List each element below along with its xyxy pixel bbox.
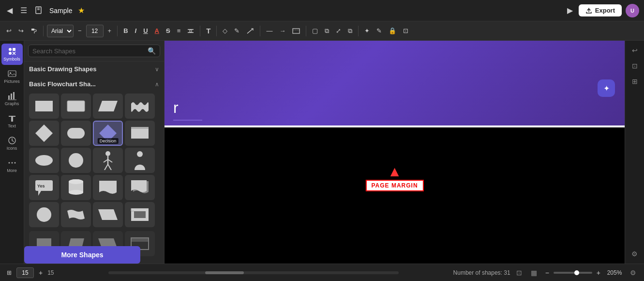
border-style-button[interactable] (290, 27, 302, 35)
sidebar-item-text[interactable]: Text (1, 110, 23, 132)
favorite-button[interactable]: ★ (76, 4, 87, 17)
shape-document[interactable] (93, 175, 123, 200)
shape-para-right[interactable] (93, 202, 123, 227)
shape-cylinder[interactable] (61, 175, 91, 200)
shape-person-stick[interactable] (93, 148, 123, 173)
connector-button[interactable] (244, 26, 256, 36)
sidebar-item-symbols[interactable]: Symbols (1, 44, 23, 65)
shape-rectangle2[interactable] (61, 94, 91, 119)
font-increase-button[interactable]: + (105, 26, 114, 36)
shapes-panel: 🔍 Basic Drawing Shapes ∨ Basic Flowchart… (24, 41, 165, 264)
play-button[interactable]: ▶ (565, 4, 575, 17)
svg-rect-2 (37, 9, 40, 10)
page-number-input[interactable] (16, 267, 34, 278)
shape-rounded-rect[interactable] (61, 121, 91, 146)
shape-frame[interactable] (125, 202, 155, 227)
shape-circle2[interactable] (29, 202, 59, 227)
search-button[interactable]: 🔍 (148, 47, 156, 55)
zoom-minus-button[interactable]: − (543, 268, 552, 278)
shape-person-solid[interactable] (125, 148, 155, 173)
layout-button[interactable]: ▦ (528, 266, 540, 280)
line-style-button[interactable]: — (264, 26, 275, 36)
font-color-button[interactable]: A (152, 26, 162, 36)
sidebar-item-graphs[interactable]: Graphs (1, 88, 23, 109)
shape-wave[interactable] (125, 94, 155, 119)
font-family-select[interactable]: Arial (47, 25, 74, 37)
shape-parallelogram[interactable] (93, 94, 123, 119)
align-button[interactable]: ≡ (175, 26, 183, 36)
shape-striped[interactable] (125, 121, 155, 146)
right-panel-grid-button[interactable]: ⊞ (629, 75, 641, 88)
shape-rectangle[interactable] (29, 94, 59, 119)
shape-tape[interactable] (61, 202, 91, 227)
sidebar-item-more[interactable]: More (1, 155, 23, 176)
add-page-button[interactable]: + (37, 267, 45, 279)
shape-rhombus[interactable] (29, 121, 59, 146)
svg-rect-16 (13, 92, 15, 99)
svg-rect-1 (37, 8, 40, 9)
shape-multi-document[interactable] (125, 175, 155, 200)
container-button[interactable]: ▢ (310, 26, 320, 36)
right-panel-fit-button[interactable]: ⊡ (629, 59, 641, 73)
arrow-style-button[interactable]: → (277, 26, 288, 36)
shape-decision[interactable]: Decision (93, 121, 123, 146)
embed-button[interactable]: ⊡ (401, 26, 411, 36)
svg-rect-5 (188, 32, 194, 33)
zoom-slider[interactable] (554, 272, 592, 274)
lock-button[interactable]: 🔒 (386, 26, 399, 36)
back-button[interactable]: ◀ (5, 4, 15, 17)
italic-button[interactable]: I (133, 26, 139, 36)
underline-button[interactable]: U (141, 26, 150, 36)
basic-drawing-section-header[interactable]: Basic Drawing Shapes ∨ (24, 62, 164, 77)
export-button[interactable]: Export (579, 4, 622, 16)
shape-circle[interactable] (61, 148, 91, 173)
clip-button[interactable]: ⧉ (322, 26, 331, 36)
sidebar-item-icons[interactable]: Icons (1, 133, 23, 154)
doc-icon-button[interactable] (33, 4, 45, 17)
edit-button[interactable]: ✎ (374, 26, 384, 36)
assist-button[interactable]: ✦ (598, 79, 615, 97)
more-shapes-button[interactable]: More Shapes (24, 246, 140, 264)
horizontal-scrollbar[interactable] (108, 271, 399, 274)
svg-line-37 (105, 164, 108, 170)
bold-button[interactable]: B (121, 26, 130, 36)
pen-button[interactable]: ✎ (232, 26, 242, 36)
canvas-area[interactable]: r ✦ ▲ PAGE MARGIN (165, 41, 625, 264)
canvas-black[interactable]: ▲ PAGE MARGIN (165, 125, 625, 264)
divider-6 (306, 26, 306, 36)
shapes-settings-button[interactable]: ⊡ (513, 266, 525, 280)
text-format-button[interactable]: T (204, 25, 213, 36)
shape-select-button[interactable]: ◇ (220, 26, 230, 36)
zoom-plus-button[interactable]: + (594, 268, 603, 278)
right-panel-settings-button[interactable]: ⚙ (629, 247, 641, 261)
strikethrough-button[interactable]: S (164, 26, 173, 36)
page-margin-arrow: ▲ (388, 164, 402, 179)
copy-size-button[interactable]: ⧉ (345, 26, 355, 36)
format-paint-button[interactable] (28, 26, 40, 36)
right-panel-undo-button[interactable]: ↩ (629, 44, 641, 57)
sidebar-item-pictures[interactable]: Pictures (1, 66, 23, 87)
valign-button[interactable] (185, 26, 196, 36)
redo-button[interactable]: ↪ (16, 26, 26, 36)
resize-button[interactable]: ⤢ (333, 26, 344, 36)
page-display: 15 (47, 269, 54, 276)
svg-rect-12 (8, 71, 16, 77)
undo-button[interactable]: ↩ (4, 26, 14, 36)
svg-rect-50 (134, 211, 146, 218)
top-bar-right: ▶ Export U (565, 4, 639, 17)
svg-line-35 (104, 159, 108, 162)
font-decrease-button[interactable]: − (75, 26, 84, 36)
scrollbar-thumb[interactable] (205, 271, 244, 274)
bottom-bar-left: ⊞ + 15 (5, 267, 54, 279)
search-input[interactable] (32, 47, 148, 55)
extra-shapes-button[interactable]: ✦ (362, 26, 372, 36)
shape-callout[interactable]: Yes (29, 175, 59, 200)
svg-rect-28 (131, 128, 149, 139)
bottom-settings-button[interactable]: ⚙ (627, 266, 639, 280)
font-size-input[interactable] (86, 25, 104, 37)
sidebar-toggle-button[interactable]: ⊞ (5, 267, 14, 278)
basic-flowchart-section-header[interactable]: Basic Flowchart Sha... ∧ (24, 77, 164, 92)
top-bar: ◀ ☰ Sample ★ ▶ Export U (0, 0, 644, 21)
shape-ellipse[interactable] (29, 148, 59, 173)
menu-button[interactable]: ☰ (18, 4, 29, 17)
